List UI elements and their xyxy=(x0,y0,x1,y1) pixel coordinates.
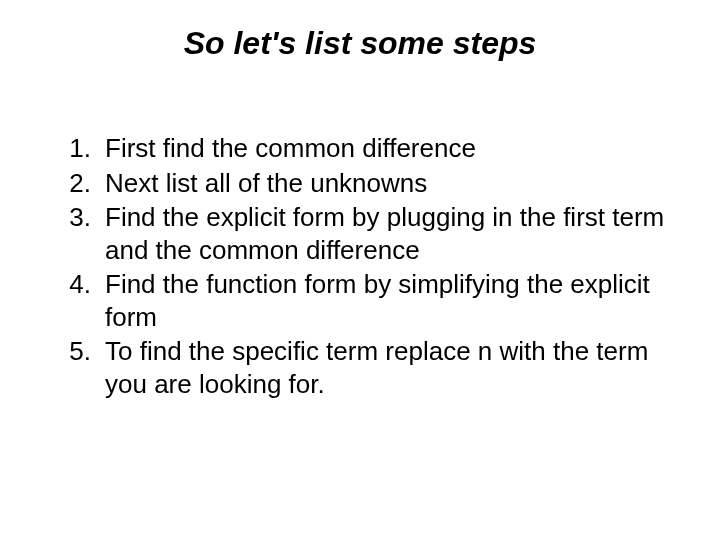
list-number: 1. xyxy=(50,132,105,165)
list-number: 4. xyxy=(50,268,105,333)
list-number: 3. xyxy=(50,201,105,266)
list-item: 4. Find the function form by simplifying… xyxy=(50,268,670,333)
list-item: 1. First find the common difference xyxy=(50,132,670,165)
list-item: 3. Find the explicit form by plugging in… xyxy=(50,201,670,266)
list-text: First find the common difference xyxy=(105,132,670,165)
list-text: Next list all of the unknowns xyxy=(105,167,670,200)
slide-title: So let's list some steps xyxy=(50,25,670,62)
list-text: Find the explicit form by plugging in th… xyxy=(105,201,670,266)
steps-list: 1. First find the common difference 2. N… xyxy=(50,132,670,400)
list-text: Find the function form by simplifying th… xyxy=(105,268,670,333)
list-text: To find the specific term replace n with… xyxy=(105,335,670,400)
list-number: 2. xyxy=(50,167,105,200)
list-item: 5. To find the specific term replace n w… xyxy=(50,335,670,400)
list-item: 2. Next list all of the unknowns xyxy=(50,167,670,200)
list-number: 5. xyxy=(50,335,105,400)
